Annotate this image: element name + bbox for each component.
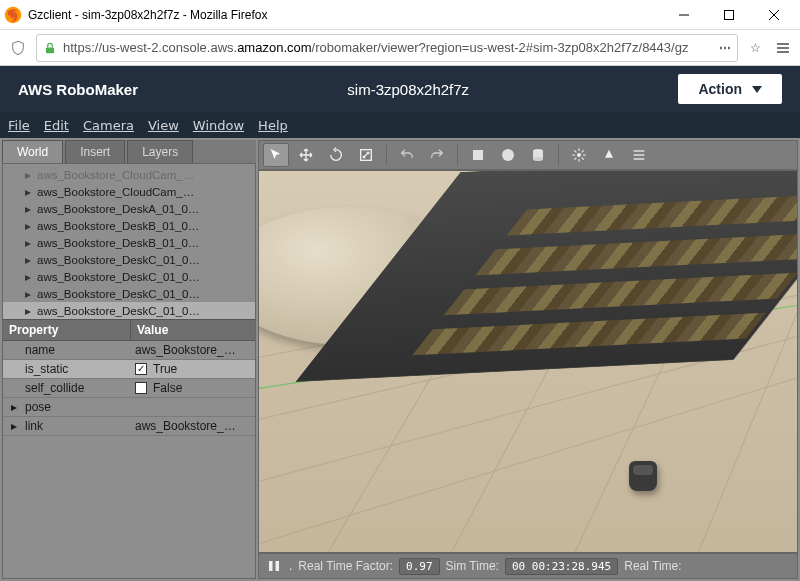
svg-line-22: [582, 150, 584, 152]
left-tabs: World Insert Layers: [2, 140, 256, 163]
scale-tool-icon[interactable]: [353, 143, 379, 167]
window-title: Gzclient - sim-3zp08x2h2f7z - Mozilla Fi…: [28, 8, 661, 22]
svg-point-15: [577, 153, 581, 157]
light-point-icon[interactable]: [566, 143, 592, 167]
svg-line-20: [574, 150, 576, 152]
status-bar: . Real Time Factor: 0.97 Sim Time: 00 00…: [258, 553, 798, 579]
property-header: Property Value: [3, 319, 255, 341]
tab-world[interactable]: World: [2, 140, 63, 163]
maximize-button[interactable]: [706, 1, 751, 29]
tree-item[interactable]: ▸aws_Bookstore_CloudCam_…: [3, 166, 255, 183]
chevron-down-icon: [752, 86, 762, 93]
menu-file[interactable]: File: [8, 118, 30, 133]
rtf-label: Real Time Factor:: [298, 559, 393, 573]
svg-point-14: [533, 157, 543, 161]
property-row[interactable]: nameaws_Bookstore_…: [3, 341, 255, 360]
rtf-value: 0.97: [399, 558, 440, 575]
svg-rect-36: [269, 561, 273, 571]
ellipsis-icon[interactable]: ⋯: [719, 41, 731, 55]
lock-icon: [43, 41, 57, 55]
menu-camera[interactable]: Camera: [83, 118, 134, 133]
tab-layers[interactable]: Layers: [127, 140, 193, 163]
select-tool-icon[interactable]: [263, 143, 289, 167]
tree-item[interactable]: ▸aws_Bookstore_CloudCam_…: [3, 183, 255, 200]
tree-item[interactable]: ▸aws_Bookstore_DeskC_01_0…: [3, 302, 255, 319]
aws-product-name: AWS RoboMaker: [18, 81, 138, 98]
left-panel: World Insert Layers ▸aws_Bookstore_Cloud…: [2, 140, 256, 579]
pause-button[interactable]: [265, 557, 283, 575]
shield-icon[interactable]: [6, 36, 30, 60]
aws-header: AWS RoboMaker sim-3zp08x2h2f7z Action: [0, 66, 800, 112]
svg-line-21: [582, 158, 584, 160]
undo-icon[interactable]: [394, 143, 420, 167]
status-dot: .: [289, 559, 292, 573]
box-primitive-icon[interactable]: [465, 143, 491, 167]
property-header-key: Property: [3, 320, 131, 340]
model-tree[interactable]: ▸aws_Bookstore_CloudCam_…▸aws_Bookstore_…: [3, 164, 255, 319]
browser-chrome: https://us-west-2.console.aws.amazon.com…: [0, 30, 800, 66]
rotate-tool-icon[interactable]: [323, 143, 349, 167]
realtime-label: Real Time:: [624, 559, 681, 573]
address-bar[interactable]: https://us-west-2.console.aws.amazon.com…: [36, 34, 738, 62]
window-titlebar: Gzclient - sim-3zp08x2h2f7z - Mozilla Fi…: [0, 0, 800, 30]
svg-rect-10: [473, 150, 483, 160]
viewport-toolbar: [258, 140, 798, 170]
property-row[interactable]: is_static✓True: [3, 360, 255, 379]
property-row[interactable]: ▸pose: [3, 398, 255, 417]
cylinder-primitive-icon[interactable]: [525, 143, 551, 167]
3d-viewport[interactable]: [258, 170, 798, 553]
simtime-label: Sim Time:: [446, 559, 499, 573]
property-grid: nameaws_Bookstore_…is_static✓Trueself_co…: [3, 341, 255, 436]
action-dropdown-button[interactable]: Action: [678, 74, 782, 104]
firefox-icon: [4, 6, 22, 24]
translate-tool-icon[interactable]: [293, 143, 319, 167]
svg-rect-2: [724, 10, 733, 19]
action-label: Action: [698, 81, 742, 97]
svg-rect-5: [46, 47, 54, 53]
menu-window[interactable]: Window: [193, 118, 244, 133]
simtime-value: 00 00:23:28.945: [505, 558, 618, 575]
tree-item[interactable]: ▸aws_Bookstore_DeskC_01_0…: [3, 251, 255, 268]
light-spot-icon[interactable]: [596, 143, 622, 167]
main-area: World Insert Layers ▸aws_Bookstore_Cloud…: [0, 138, 800, 581]
robot-model: [629, 461, 657, 491]
minimize-button[interactable]: [661, 1, 706, 29]
svg-point-11: [502, 149, 514, 161]
tree-item[interactable]: ▸aws_Bookstore_DeskB_01_0…: [3, 234, 255, 251]
svg-line-23: [574, 158, 576, 160]
tab-insert[interactable]: Insert: [65, 140, 125, 163]
light-direct-icon[interactable]: [626, 143, 652, 167]
property-header-value: Value: [131, 320, 255, 340]
right-panel: . Real Time Factor: 0.97 Sim Time: 00 00…: [258, 140, 798, 579]
menu-view[interactable]: View: [148, 118, 179, 133]
hamburger-menu-icon[interactable]: [772, 37, 794, 59]
simulation-id: sim-3zp08x2h2f7z: [138, 81, 678, 98]
menu-edit[interactable]: Edit: [44, 118, 69, 133]
tree-item[interactable]: ▸aws_Bookstore_DeskB_01_0…: [3, 217, 255, 234]
close-button[interactable]: [751, 1, 796, 29]
tree-item[interactable]: ▸aws_Bookstore_DeskA_01_0…: [3, 200, 255, 217]
property-row[interactable]: ▸linkaws_Bookstore_…: [3, 417, 255, 436]
url-text: https://us-west-2.console.aws.amazon.com…: [63, 40, 713, 55]
tree-item[interactable]: ▸aws_Bookstore_DeskC_01_0…: [3, 268, 255, 285]
property-row[interactable]: self_collideFalse: [3, 379, 255, 398]
tree-item[interactable]: ▸aws_Bookstore_DeskC_01_0…: [3, 285, 255, 302]
menu-help[interactable]: Help: [258, 118, 288, 133]
svg-rect-37: [276, 561, 280, 571]
sphere-primitive-icon[interactable]: [495, 143, 521, 167]
svg-line-27: [259, 378, 797, 544]
app-menubar: File Edit Camera View Window Help: [0, 112, 800, 138]
redo-icon[interactable]: [424, 143, 450, 167]
bookmark-star-icon[interactable]: ☆: [744, 37, 766, 59]
